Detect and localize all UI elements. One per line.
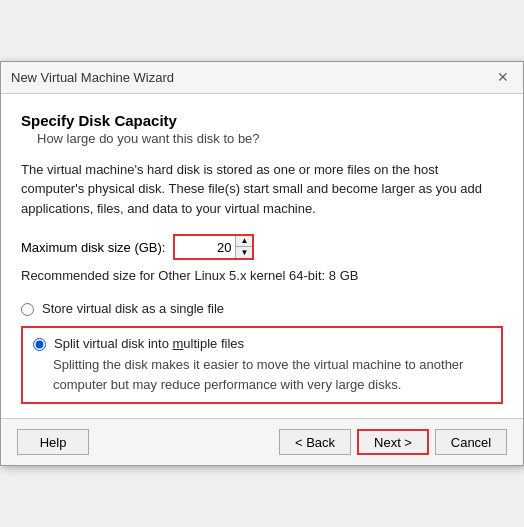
multiple-files-label: Split virtual disk into multiple files <box>54 336 244 351</box>
cancel-button[interactable]: Cancel <box>435 429 507 455</box>
next-button[interactable]: Next > <box>357 429 429 455</box>
multiple-files-option[interactable]: Split virtual disk into multiple files <box>33 336 491 351</box>
section-title: Specify Disk Capacity <box>21 112 503 129</box>
spin-down-button[interactable]: ▼ <box>236 247 252 258</box>
disk-size-input[interactable] <box>175 236 235 258</box>
multiple-files-description: Splitting the disk makes it easier to mo… <box>53 355 491 394</box>
disk-size-spinbox: ▲ ▼ <box>173 234 254 260</box>
recommended-text: Recommended size for Other Linux 5.x ker… <box>21 268 503 283</box>
single-file-radio[interactable] <box>21 303 34 316</box>
multiple-files-radio[interactable] <box>33 338 46 351</box>
back-button[interactable]: < Back <box>279 429 351 455</box>
multiple-files-option-box: Split virtual disk into multiple files S… <box>21 326 503 404</box>
disk-size-row: Maximum disk size (GB): ▲ ▼ <box>21 234 503 260</box>
wizard-footer: Help < Back Next > Cancel <box>1 418 523 465</box>
single-file-label: Store virtual disk as a single file <box>42 301 224 316</box>
wizard-window: New Virtual Machine Wizard ✕ Specify Dis… <box>0 61 524 467</box>
title-bar: New Virtual Machine Wizard ✕ <box>1 62 523 94</box>
wizard-content: Specify Disk Capacity How large do you w… <box>1 94 523 419</box>
single-file-option[interactable]: Store virtual disk as a single file <box>21 301 503 316</box>
description-text: The virtual machine's hard disk is store… <box>21 160 503 219</box>
section-subtitle: How large do you want this disk to be? <box>37 131 503 146</box>
help-button[interactable]: Help <box>17 429 89 455</box>
window-title: New Virtual Machine Wizard <box>11 70 174 85</box>
close-button[interactable]: ✕ <box>493 67 513 87</box>
spin-up-button[interactable]: ▲ <box>236 236 252 247</box>
spinbox-buttons: ▲ ▼ <box>235 236 252 258</box>
footer-right: < Back Next > Cancel <box>279 429 507 455</box>
disk-size-label: Maximum disk size (GB): <box>21 240 165 255</box>
